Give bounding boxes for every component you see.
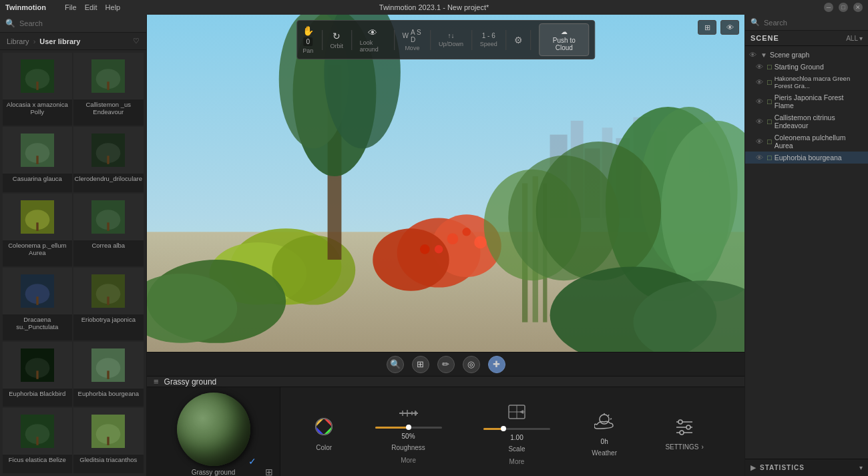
search-icon: 🔍 (5, 19, 15, 28)
statistics-header[interactable]: ▶ STATISTICS ▾ (745, 459, 868, 476)
scene-all-button[interactable]: ALL ▾ (846, 35, 863, 42)
svg-rect-11 (107, 156, 110, 164)
plant-item-2[interactable]: Casuarina glauca (3, 127, 72, 192)
library-breadcrumb-current: User library (39, 37, 80, 45)
move-section: W A S D Move (403, 29, 423, 51)
material-grid-button[interactable]: ⊞ (265, 467, 273, 476)
cloud-icon: ☁ (561, 28, 568, 35)
plant-thumb-5 (73, 194, 144, 240)
plant-item-3[interactable]: Clerodendru_driloculare (73, 127, 144, 192)
roughness-control: 50% Roughness More (375, 405, 442, 464)
settings-vp-icon: ⚙ (514, 35, 523, 45)
scale-more[interactable]: More (509, 458, 525, 465)
plant-thumb-11 (73, 408, 144, 455)
coleonema-label: Coleonema pulchellum Aurea (775, 134, 864, 150)
scale-control: 1.00 Scale More (483, 404, 550, 465)
plant-item-1[interactable]: Callistemon _us Endeavour (73, 53, 144, 126)
svg-rect-14 (36, 222, 38, 231)
settings-control[interactable]: SETTINGS › (658, 412, 710, 457)
plant-item-5[interactable]: Correa alba (73, 194, 144, 266)
visibility-icon-3[interactable]: 👁 (756, 78, 763, 86)
scene-title: SCENE (750, 34, 779, 42)
plant-item-8[interactable]: Euphorbia Blackbird (3, 342, 72, 407)
plant-item-7[interactable]: Eriobotrya japonica (73, 268, 144, 340)
svg-point-74 (474, 236, 487, 249)
plant-item-4[interactable]: Coleonema p._ellum Aurea (3, 194, 72, 266)
plant-item-0[interactable]: Alocasia x amazonica Polly (3, 53, 72, 126)
scene-item-hakonechloa[interactable]: 👁 □ Hakonechloa macra Green Forest Gra..… (745, 73, 868, 91)
panel-menu-icon[interactable]: ≡ (154, 377, 159, 387)
plant-item-6[interactable]: Dracaena su._Punctulata (3, 268, 72, 340)
orbit-label: Orbit (331, 43, 344, 49)
orbit-section: ↻ Orbit (331, 31, 344, 49)
favorite-icon[interactable]: ♡ (133, 37, 140, 45)
folder-icon-6: □ (767, 154, 772, 162)
svg-point-71 (447, 233, 459, 244)
plant-label-11: Gleditsia triacanthos (73, 455, 144, 466)
scene-item-coleonema[interactable]: 👁 □ Coleonema pulchellum Aurea (745, 132, 868, 152)
visibility-icon-7[interactable]: 👁 (756, 154, 763, 162)
grid-button[interactable]: ⊞ (412, 356, 429, 373)
menu-edit[interactable]: Edit (85, 3, 97, 11)
right-search-input[interactable] (764, 19, 863, 27)
speed-section: 1 - 6 Speed (480, 32, 497, 47)
scene-item-starting-ground[interactable]: 👁 □ Starting Ground (745, 61, 868, 73)
scene-item-euphorbia[interactable]: 👁 □ Euphorbia bourgeana (745, 152, 868, 164)
material-check-icon: ✓ (248, 456, 256, 467)
visibility-icon-6[interactable]: 👁 (756, 138, 763, 146)
scene-item-pieris[interactable]: 👁 □ Pieris Japonica Forest Flame (745, 91, 868, 111)
pin-button[interactable]: ◎ (463, 356, 480, 373)
minimize-button[interactable]: ─ (824, 3, 833, 12)
updown-label: Up/Down (439, 41, 463, 47)
scale-icon (507, 404, 526, 424)
close-button[interactable]: ✕ (853, 3, 863, 12)
eye-view-button[interactable]: 👁 (720, 20, 739, 35)
visibility-icon-2[interactable]: 👁 (756, 63, 763, 71)
visibility-icon[interactable]: 👁 (749, 51, 756, 59)
settings-vp-section: ⚙ (514, 35, 523, 45)
roughness-more[interactable]: More (401, 457, 416, 464)
menu-file[interactable]: File (65, 3, 77, 11)
plant-thumb-10 (3, 408, 72, 455)
plant-thumb-3 (73, 127, 144, 174)
menu-bar: File Edit Help (65, 3, 120, 11)
svg-rect-17 (107, 222, 110, 231)
plant-thumb-6 (3, 268, 72, 314)
menu-help[interactable]: Help (105, 3, 121, 11)
scale-value: 1.00 (510, 434, 523, 441)
orbit-icon: ↻ (333, 31, 341, 41)
look-around-icon: 👁 (368, 27, 377, 38)
stats-play-icon: ▶ (750, 463, 756, 472)
right-search-icon: 🔍 (750, 18, 760, 27)
add-button[interactable]: ✚ (488, 356, 505, 373)
viewport[interactable]: ✋ 0 Pan ↻ Orbit 👁 Look around (147, 15, 744, 352)
layout-view-button[interactable]: ⊞ (698, 20, 716, 35)
scene-item-root[interactable]: 👁 ▼ Scene graph (745, 49, 868, 61)
svg-rect-23 (107, 296, 110, 305)
svg-rect-8 (36, 156, 38, 164)
starting-ground-label: Starting Ground (775, 63, 824, 71)
scale-slider[interactable] (483, 428, 550, 430)
roughness-slider[interactable] (375, 427, 442, 429)
plant-item-10[interactable]: Ficus elastica Belize (3, 408, 72, 473)
search-viewport-button[interactable]: 🔍 (387, 356, 404, 373)
push-to-cloud-button[interactable]: ☁ Push to Cloud (539, 23, 589, 56)
library-breadcrumb-base[interactable]: Library (7, 37, 29, 45)
statistics-title: STATISTICS (760, 464, 805, 471)
app-name: Twinmotion (5, 3, 46, 11)
visibility-icon-4[interactable]: 👁 (756, 97, 763, 105)
scene-item-callistemon[interactable]: 👁 □ Callistemon citrinus Endeavour (745, 111, 868, 132)
svg-rect-2 (36, 81, 38, 90)
search-input[interactable] (19, 19, 141, 27)
plant-item-9[interactable]: Euphorbia bourgeana (73, 342, 144, 407)
pencil-button[interactable]: ✏ (437, 356, 455, 373)
scene-all-chevron: ▾ (859, 35, 863, 42)
material-sphere[interactable] (177, 393, 250, 466)
updown-icon: ↑↓ (447, 32, 454, 39)
maximize-button[interactable]: □ (839, 3, 848, 12)
plant-item-11[interactable]: Gleditsia triacanthos (73, 408, 144, 473)
svg-marker-83 (413, 411, 417, 415)
right-sidebar: 🔍 SCENE ALL ▾ 👁 ▼ Scene graph 👁 □ Starti… (744, 15, 868, 476)
visibility-icon-5[interactable]: 👁 (756, 117, 763, 126)
svg-line-90 (608, 415, 609, 416)
